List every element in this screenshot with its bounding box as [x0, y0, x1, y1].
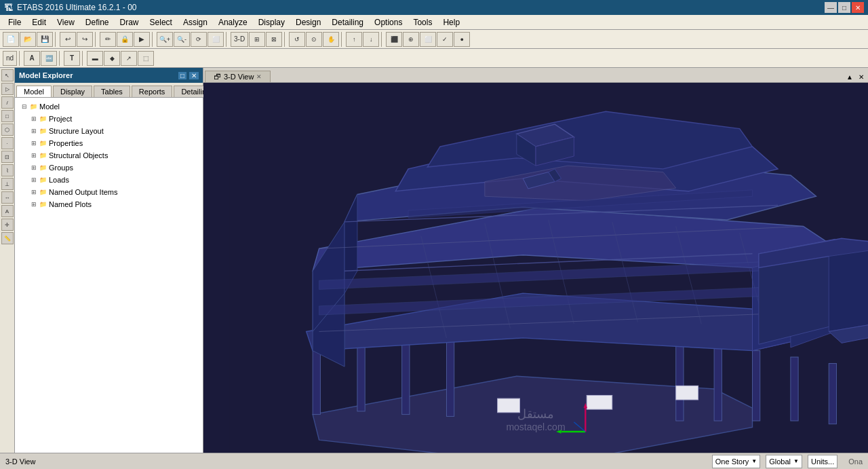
zoom-in-btn[interactable]: 🔍+ — [157, 32, 173, 47]
draw-btn[interactable]: ✏ — [100, 32, 116, 47]
svg-rect-10 — [829, 363, 836, 424]
3d-view-btn[interactable]: 3-D — [231, 32, 248, 47]
new-btn[interactable]: 📄 — [3, 32, 19, 47]
menu-item-file[interactable]: File — [3, 16, 26, 29]
coord-dropdown[interactable]: Global ▼ — [766, 455, 802, 468]
plan-view-btn[interactable]: ⊞ — [249, 32, 265, 47]
expand-icon[interactable]: ⊞ — [31, 199, 38, 210]
measure-btn[interactable]: 📏 — [1, 232, 14, 244]
menu-item-display[interactable]: Display — [253, 16, 290, 29]
text-btn[interactable]: 🔤 — [41, 51, 57, 66]
menu-item-help[interactable]: Help — [437, 16, 465, 29]
story-dropdown-arrow: ▼ — [751, 458, 757, 464]
tree-item-project[interactable]: ⊞ 📁 Project — [30, 113, 200, 125]
expand-icon[interactable]: ⊞ — [31, 138, 38, 149]
tree-item-structure-layout[interactable]: ⊞ 📁 Structure Layout — [30, 125, 200, 137]
tree-item-named-output-items[interactable]: ⊞ 📁 Named Output Items — [30, 186, 200, 198]
rect-tool-btn[interactable]: □ — [1, 110, 14, 122]
units-dropdown[interactable]: Units... — [808, 455, 837, 468]
dash-btn[interactable]: ▬ — [87, 51, 103, 66]
view-expand-btn[interactable]: ▲ — [844, 72, 856, 82]
close-button[interactable]: ✕ — [852, 2, 864, 13]
polygon-tool-btn[interactable]: ⬡ — [1, 124, 14, 136]
dim-btn[interactable]: ↔ — [1, 191, 14, 204]
arrow-btn[interactable]: ↗ — [121, 51, 137, 66]
expand-icon[interactable]: ⊞ — [31, 187, 38, 198]
expand-icon[interactable]: ⊞ — [31, 174, 38, 185]
rotate-btn[interactable]: ↺ — [289, 32, 305, 47]
label-btn[interactable]: A — [1, 205, 14, 217]
save-btn[interactable]: 💾 — [37, 32, 53, 47]
frame-btn[interactable]: ⬜ — [420, 32, 436, 47]
explorer-close-btn[interactable]: ✕ — [189, 72, 199, 79]
grid-btn[interactable]: ⬚ — [138, 51, 154, 66]
check-btn[interactable]: ✓ — [437, 32, 453, 47]
node-btn[interactable]: · — [1, 137, 14, 149]
folder-icon-model: 📁 — [30, 101, 38, 112]
view-tabs-bar: 🗗 3-D View ✕ ▲ ✕ — [203, 68, 868, 83]
open-btn[interactable]: 📂 — [20, 32, 36, 47]
menu-item-define[interactable]: Define — [80, 16, 115, 29]
extrude-btn[interactable]: ⊡ — [1, 151, 14, 163]
run-btn[interactable]: ▶ — [134, 32, 150, 47]
nd-btn[interactable]: nd — [3, 51, 17, 66]
tree-item-properties[interactable]: ⊞ 📁 Properties — [30, 137, 200, 149]
menu-item-design[interactable]: Design — [290, 16, 326, 29]
explorer-tab-model[interactable]: Model — [16, 86, 52, 97]
expand-icon[interactable]: ⊞ — [31, 162, 38, 173]
explorer-tab-tables[interactable]: Tables — [94, 86, 130, 97]
menu-item-options[interactable]: Options — [369, 16, 408, 29]
elev-view-btn[interactable]: ⊠ — [266, 32, 282, 47]
A-btn[interactable]: A — [24, 51, 40, 66]
menu-item-tools[interactable]: Tools — [408, 16, 437, 29]
expand-icon-model[interactable]: ⊟ — [22, 101, 28, 112]
minimize-button[interactable]: — — [825, 2, 837, 13]
snap-btn[interactable]: ✛ — [1, 219, 14, 231]
tree-item-loads[interactable]: ⊞ 📁 Loads — [30, 174, 200, 186]
pan-btn[interactable]: ✋ — [323, 32, 339, 47]
select-btn[interactable]: ⊕ — [403, 32, 419, 47]
menu-item-assign[interactable]: Assign — [178, 16, 213, 29]
pointer-btn[interactable]: ▷ — [1, 83, 14, 95]
lock-btn[interactable]: 🔒 — [117, 32, 133, 47]
menu-item-draw[interactable]: Draw — [115, 16, 144, 29]
menu-item-analyze[interactable]: Analyze — [213, 16, 253, 29]
tree-label-model: Model — [39, 101, 60, 112]
story-dropdown[interactable]: One Story ▼ — [712, 455, 760, 468]
up-btn[interactable]: ↑ — [346, 32, 362, 47]
tab-3d-view[interactable]: 🗗 3-D View ✕ — [205, 71, 271, 82]
zoom-out-btn[interactable]: 🔍- — [174, 32, 190, 47]
explorer-tab-reports[interactable]: Reports — [132, 86, 173, 97]
expand-icon[interactable]: ⊞ — [31, 113, 38, 124]
diamond-btn[interactable]: ◆ — [104, 51, 120, 66]
tab-3d-close[interactable]: ✕ — [256, 73, 262, 80]
display-btn[interactable]: ⬛ — [386, 32, 402, 47]
redo-btn[interactable]: ↪ — [77, 32, 93, 47]
line-tool-btn[interactable]: / — [1, 96, 14, 109]
T-btn[interactable]: T — [64, 51, 80, 66]
explorer-expand-btn[interactable]: □ — [178, 72, 186, 79]
menu-item-detailing[interactable]: Detailing — [326, 16, 369, 29]
expand-icon[interactable]: ⊞ — [31, 126, 38, 136]
select-tool-btn[interactable]: ↖ — [1, 69, 14, 81]
expand-icon[interactable]: ⊞ — [31, 150, 38, 161]
svg-marker-48 — [829, 246, 868, 332]
maximize-button[interactable]: □ — [838, 2, 850, 13]
menu-item-view[interactable]: View — [52, 16, 80, 29]
tree-item-model[interactable]: ⊟ 📁 Model — [20, 100, 200, 113]
view-close-btn[interactable]: ✕ — [856, 72, 867, 82]
spin-btn[interactable]: ⊙ — [306, 32, 322, 47]
down-btn[interactable]: ↓ — [363, 32, 379, 47]
zoom-box-btn[interactable]: ⬜ — [208, 32, 224, 47]
tree-item-structural-objects[interactable]: ⊞ 📁 Structural Objects — [30, 149, 200, 162]
tree-item-named-plots[interactable]: ⊞ 📁 Named Plots — [30, 198, 200, 210]
tree-item-groups[interactable]: ⊞ 📁 Groups — [30, 162, 200, 174]
menu-item-select[interactable]: Select — [144, 16, 178, 29]
undo-btn[interactable]: ↩ — [60, 32, 76, 47]
menu-item-edit[interactable]: Edit — [26, 16, 52, 29]
spring-btn[interactable]: ⌇ — [1, 164, 14, 176]
explorer-tab-display[interactable]: Display — [53, 86, 92, 97]
circle-btn[interactable]: ● — [454, 32, 470, 47]
zoom-fit-btn[interactable]: ⟳ — [191, 32, 207, 47]
section-btn[interactable]: ⊥ — [1, 178, 14, 190]
